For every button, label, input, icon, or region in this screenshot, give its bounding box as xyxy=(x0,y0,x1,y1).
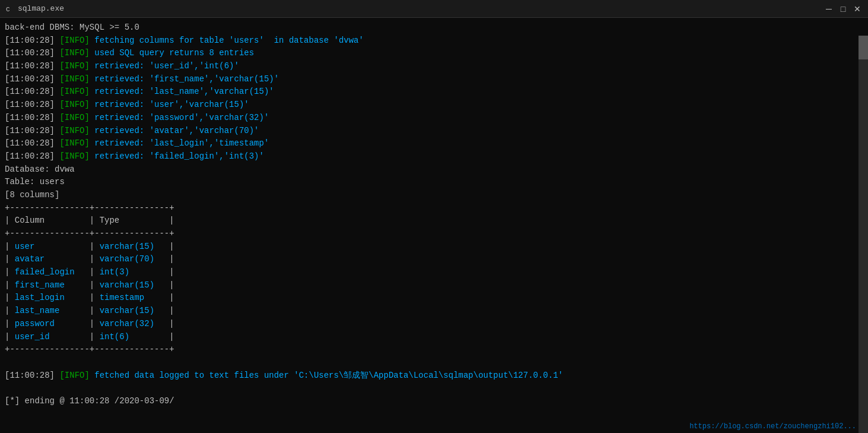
table-row-5: | last_login | timestamp | xyxy=(5,292,863,305)
ts-8: [11:00:28] xyxy=(5,126,59,135)
b3: | xyxy=(169,319,174,328)
cv1: avatar xyxy=(15,254,90,264)
msg-f: fetched data logged to text files under … xyxy=(90,371,563,380)
watermark: https://blog.csdn.net/zouchengzhi102... xyxy=(689,422,856,431)
b3: | xyxy=(169,306,174,315)
ts-f: [11:00:28] xyxy=(5,371,59,380)
line-table: Table: users xyxy=(5,176,863,189)
line-db: Database: dvwa xyxy=(5,163,863,176)
cv2: int(3) xyxy=(100,267,170,277)
cv2: int(6) xyxy=(100,332,170,342)
ts-4: [11:00:28] xyxy=(5,74,59,84)
cv1: user xyxy=(15,242,90,251)
msg-2: used SQL query returns 8 entries xyxy=(90,48,254,58)
msg-9: retrieved: 'last_login','timestamp' xyxy=(90,138,269,148)
msg-3: retrieved: 'user_id','int(6)' xyxy=(90,61,239,71)
b1: | xyxy=(5,242,15,251)
scrollbar-thumb[interactable] xyxy=(859,36,868,59)
msg-8: retrieved: 'avatar','varchar(70)' xyxy=(90,126,259,135)
b3: | xyxy=(169,267,174,277)
app-icon: C xyxy=(5,4,14,14)
ts-7: [11:00:28] xyxy=(5,113,59,122)
b3: | xyxy=(169,332,174,342)
b3: | xyxy=(169,293,174,302)
msg-4: retrieved: 'first_name','varchar(15)' xyxy=(90,74,279,84)
col-header-2: Type xyxy=(100,216,170,225)
main-window: C sqlmap.exe ─ □ ✕ back-end DBMS: MySQL … xyxy=(0,0,868,433)
line-fetched: [11:00:28] [INFO] fetched data logged to… xyxy=(5,369,863,383)
table-row-3: | failed_login | int(3) | xyxy=(5,266,863,279)
ts-10: [11:00:28] xyxy=(5,151,59,161)
msg-10: retrieved: 'failed_login','int(3)' xyxy=(90,151,264,161)
cv1: last_login xyxy=(15,293,90,302)
blank-line xyxy=(5,356,863,369)
close-button[interactable]: ✕ xyxy=(851,3,863,15)
line-backend: back-end DBMS: MySQL >= 5.0 xyxy=(5,21,863,34)
scrollbar[interactable] xyxy=(859,36,868,433)
line-9: [11:00:28] [INFO] retrieved: 'last_login… xyxy=(5,137,863,150)
border-3: | xyxy=(169,216,174,225)
line-3: [11:00:28] [INFO] retrieved: 'user_id','… xyxy=(5,60,863,73)
blank-line-2 xyxy=(5,382,863,395)
console-area: back-end DBMS: MySQL >= 5.0 [11:00:28] [… xyxy=(0,18,868,433)
line-5: [11:00:28] [INFO] retrieved: 'last_name'… xyxy=(5,86,863,99)
ts-9: [11:00:28] xyxy=(5,138,59,148)
b1: | xyxy=(5,332,15,342)
table-bottom: +----------------+---------------+ xyxy=(5,343,863,356)
line-ending: [*] ending @ 11:00:28 /2020-03-09/ xyxy=(5,395,863,408)
cv1: user_id xyxy=(15,332,90,342)
b2: | xyxy=(90,319,100,328)
table-sep: +----------------+---------------+ xyxy=(5,227,863,241)
b2: | xyxy=(90,293,100,302)
b1: | xyxy=(5,280,15,290)
line-8: [11:00:28] [INFO] retrieved: 'avatar','v… xyxy=(5,125,863,138)
b2: | xyxy=(90,267,100,277)
cv2: timestamp xyxy=(100,293,170,302)
b3: | xyxy=(169,280,174,290)
b1: | xyxy=(5,293,15,302)
cv2: varchar(32) xyxy=(100,319,170,328)
minimize-button[interactable]: ─ xyxy=(823,3,835,15)
msg-5: retrieved: 'last_name','varchar(15)' xyxy=(90,87,274,96)
border-2: | xyxy=(90,216,100,225)
col-header-1: Column xyxy=(15,216,90,225)
tag-9: [INFO] xyxy=(59,138,89,148)
tag-4: [INFO] xyxy=(59,74,89,84)
b1: | xyxy=(5,254,15,264)
line-4: [11:00:28] [INFO] retrieved: 'first_name… xyxy=(5,73,863,86)
tag-f: [INFO] xyxy=(59,371,89,380)
ts-6: [11:00:28] xyxy=(5,100,59,109)
ts-2: [11:00:28] xyxy=(5,48,59,58)
ending-text: [*] ending @ 11:00:28 /2020-03-09/ xyxy=(5,396,174,406)
b2: | xyxy=(90,242,100,251)
tag-8: [INFO] xyxy=(59,126,89,135)
msg-1: fetching columns for table 'users' in da… xyxy=(90,36,364,45)
b1: | xyxy=(5,306,15,315)
line-cols: [8 columns] xyxy=(5,189,863,202)
table-row-7: | password | varchar(32) | xyxy=(5,318,863,331)
cv2: varchar(15) xyxy=(100,242,170,251)
cv1: failed_login xyxy=(15,267,90,277)
line-6: [11:00:28] [INFO] retrieved: 'user','var… xyxy=(5,99,863,112)
ts-5: [11:00:28] xyxy=(5,87,59,96)
cv2: varchar(70) xyxy=(100,254,170,264)
tag-2: [INFO] xyxy=(59,48,89,58)
titlebar: C sqlmap.exe ─ □ ✕ xyxy=(0,0,868,18)
maximize-button[interactable]: □ xyxy=(837,3,849,15)
backend-text: back-end DBMS: MySQL >= 5.0 xyxy=(5,23,139,32)
msg-7: retrieved: 'password','varchar(32)' xyxy=(90,113,269,122)
ts-3: [11:00:28] xyxy=(5,61,59,71)
b1: | xyxy=(5,319,15,328)
tag-10: [INFO] xyxy=(59,151,89,161)
border-1: | xyxy=(5,216,15,225)
tag-1: [INFO] xyxy=(59,36,89,45)
table-row-2: | avatar | varchar(70) | xyxy=(5,253,863,266)
cv1: password xyxy=(15,319,90,328)
cv2: varchar(15) xyxy=(100,306,170,315)
b2: | xyxy=(90,254,100,264)
line-7: [11:00:28] [INFO] retrieved: 'password',… xyxy=(5,112,863,125)
b3: | xyxy=(169,242,174,251)
b1: | xyxy=(5,267,15,277)
svg-text:C: C xyxy=(6,6,10,13)
cv1: first_name xyxy=(15,280,90,290)
